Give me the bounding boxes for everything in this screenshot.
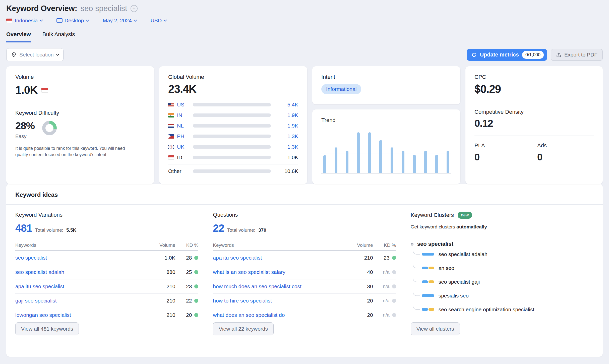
trend-bar (391, 147, 393, 173)
currency-filter[interactable]: USD (151, 18, 166, 24)
cluster-item-label: seo specialist adalah (439, 251, 488, 257)
controls-row: Select location Update metrics 0/1,000 E… (6, 48, 603, 61)
intent-badge[interactable]: Informational (321, 84, 361, 94)
keyword-link[interactable]: gaji seo specialist (15, 298, 153, 304)
keyword-link[interactable]: apa itu seo specialist (213, 255, 350, 261)
country-volume-row: IN 1.9K (168, 110, 298, 120)
page-title: Keyword Overview: (6, 4, 77, 13)
competitive-density-label: Competitive Density (474, 109, 594, 115)
kd-dot-icon (392, 313, 396, 317)
divider (474, 102, 594, 102)
trend-bar (368, 132, 371, 173)
country-volume-value[interactable]: 5.4K (276, 102, 298, 108)
us-flag-icon (168, 103, 174, 107)
tab-overview[interactable]: Overview (6, 31, 31, 42)
volume-bar-track (193, 145, 271, 149)
global-volume-card: Global Volume 23.4K US 5.4K IN 1.9K N (159, 66, 307, 184)
divider (474, 136, 594, 136)
philippines-flag-icon (168, 134, 174, 139)
uk-flag-icon (168, 145, 174, 149)
keyword-link[interactable]: what does an seo specialist do (213, 312, 350, 318)
trend-bar (402, 151, 404, 173)
keywords-column-header: Keywords (15, 242, 153, 248)
country-volume-row: PH 1.3K (168, 131, 298, 142)
table-row: apa itu seo specialist 210 23 (15, 279, 198, 294)
cluster-item-label: an seo (439, 265, 454, 271)
date-filter-label: May 2, 2024 (103, 18, 132, 24)
view-all-questions-button[interactable]: View all 22 keywords (213, 322, 274, 335)
country-volume-row: NL 1.9K (168, 120, 298, 131)
country-code-link[interactable]: PH (177, 133, 188, 139)
kd-cell: n/a (373, 284, 396, 289)
ads-label: Ads (537, 142, 547, 149)
update-quota-badge: 0/1,000 (522, 51, 544, 59)
ads-value: 0 (537, 152, 547, 163)
country-volume-value[interactable]: 1.3K (276, 144, 298, 150)
cluster-item-label: seo search engine optimization specialis… (439, 307, 534, 313)
divider (6, 204, 603, 205)
metric-cards-row: Volume 1.0K Keyword Difficulty 28% Easy … (6, 66, 603, 179)
keyword-link[interactable]: seo specialist adalah (15, 269, 153, 275)
pla-label: PLA (474, 142, 537, 149)
kd-dot-icon (392, 299, 396, 303)
update-metrics-button[interactable]: Update metrics 0/1,000 (467, 49, 547, 61)
kd-cell: 25 (175, 269, 198, 275)
country-code-link[interactable]: US (177, 102, 188, 108)
add-keyword-icon[interactable] (131, 5, 138, 12)
intent-label: Intent (321, 74, 451, 80)
country-code: ID (177, 154, 188, 160)
keyword-link[interactable]: how to hire seo specialist (213, 298, 350, 304)
view-all-clusters-button[interactable]: View all clusters (411, 322, 460, 335)
tabs: Overview Bulk Analysis (0, 31, 609, 42)
keyword-variations-column: Keyword Variations 481 Total volume: 5.5… (15, 212, 198, 335)
volume-label: Volume (15, 74, 145, 80)
device-filter[interactable]: Desktop (56, 18, 89, 24)
country-code-link[interactable]: NL (177, 123, 188, 129)
chevron-down-icon (40, 18, 43, 22)
keyword-link[interactable]: apa itu seo specialist (15, 283, 153, 289)
keyword-difficulty-label: Keyword Difficulty (15, 110, 145, 116)
country-volume-value[interactable]: 1.9K (276, 123, 298, 129)
export-pdf-label: Export to PDF (564, 52, 597, 58)
keyword-difficulty-donut (42, 121, 57, 135)
country-code-link[interactable]: UK (177, 144, 188, 150)
kd-dot-icon (194, 270, 198, 274)
chevron-down-icon (86, 18, 89, 22)
view-all-keywords-button[interactable]: View all 481 keywords (15, 322, 79, 335)
country-volume-value[interactable]: 1.9K (276, 112, 298, 118)
export-pdf-button[interactable]: Export to PDF (551, 49, 603, 61)
keywords-column-header: Keywords (213, 242, 350, 248)
country-filter[interactable]: Indonesia (6, 18, 42, 24)
keyword-link[interactable]: seo specialist (15, 255, 153, 261)
keyword-link[interactable]: how much does an seo specialist cost (213, 283, 350, 289)
update-metrics-label: Update metrics (480, 52, 519, 58)
select-location-label: Select location (19, 52, 54, 58)
global-volume-list: US 5.4K IN 1.9K NL 1.9K (168, 99, 298, 176)
cpc-card: CPC $0.29 Competitive Density 0.12 PLA 0… (465, 66, 603, 184)
keyword-link[interactable]: lowongan seo specialist (15, 312, 153, 318)
country-volume-row-selected: ID 1.0K (168, 152, 298, 163)
volume-card: Volume 1.0K Keyword Difficulty 28% Easy … (6, 66, 154, 184)
kd-cell: n/a (373, 298, 396, 304)
keyword-difficulty-note: It is quite possible to rank for this ke… (15, 145, 135, 158)
export-icon (556, 52, 561, 57)
cluster-pill-icon (422, 294, 434, 297)
volume-column-header: Volume (153, 242, 175, 248)
total-volume-value: 370 (258, 227, 266, 233)
volume-cell: 210 (153, 312, 175, 318)
country-code-link[interactable]: IN (177, 112, 188, 118)
page-keyword: seo specialist (81, 4, 127, 13)
select-location-button[interactable]: Select location (6, 48, 64, 61)
device-filter-label: Desktop (65, 18, 84, 24)
keyword-link[interactable]: what is an seo specialist salary (213, 269, 350, 275)
cluster-item-label: spesialis seo (439, 293, 469, 299)
cluster-pill-icon (422, 308, 434, 311)
trend-chart (321, 130, 451, 173)
table-row: gaji seo specialist 210 22 (15, 294, 198, 308)
country-volume-value[interactable]: 1.3K (276, 133, 298, 139)
tab-bulk-analysis[interactable]: Bulk Analysis (42, 31, 75, 42)
date-filter[interactable]: May 2, 2024 (103, 18, 137, 24)
intent-card: Intent Informational (312, 66, 460, 104)
chevron-down-icon (134, 18, 137, 22)
clusters-subtitle: Get keyword clusters automatically (411, 224, 594, 230)
